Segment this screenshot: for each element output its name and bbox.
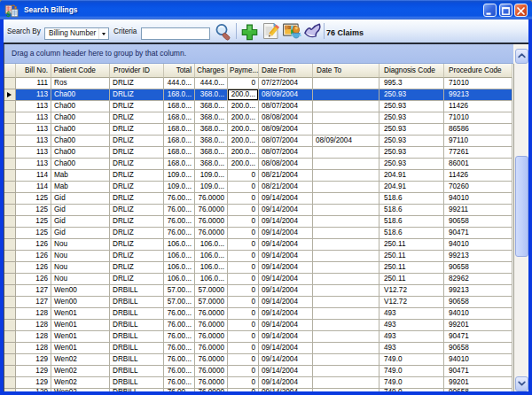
- svg-text:$: $: [6, 10, 11, 18]
